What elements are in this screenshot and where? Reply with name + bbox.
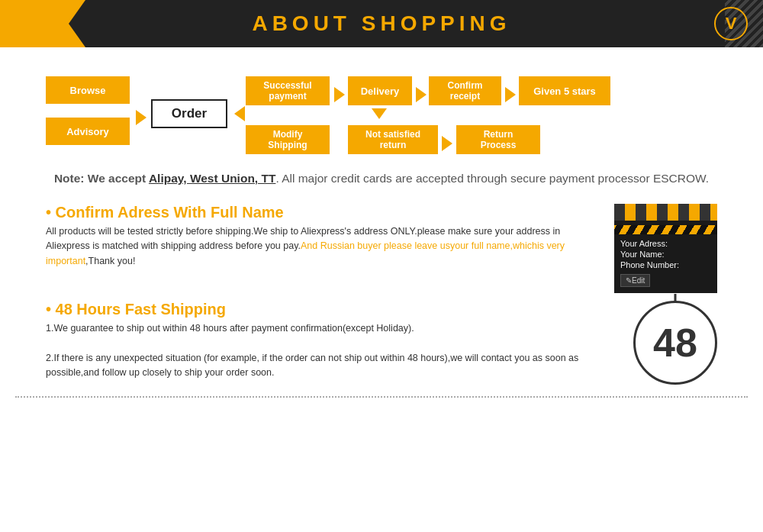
edit-button[interactable]: ✎Edit [620,274,650,287]
flow-section: Browse Advisory Order Successfulpayment … [0,47,763,166]
not-satisfied-return-box: Not satisfiedreturn [348,125,438,154]
note-prefix: Note: We accept [54,172,149,185]
arrow-payment-to-delivery [334,87,345,102]
note-suffix: . All major credit cards are accepted th… [275,172,709,185]
circle-48: 48 [633,301,717,385]
header-yellow-block [0,0,69,47]
arrow-not-satisfied-to-return [442,136,452,151]
fast-shipping-item: 48 Hours Fast Shipping 1.We guarantee to… [46,301,717,385]
advisory-box: Advisory [46,118,130,145]
successful-payment-box: Successfulpayment [246,76,330,105]
clapper-diagonal [614,225,717,234]
address-line3: Phone Number: [620,260,711,269]
fast-shipping-body: 1.We guarantee to ship out within 48 hou… [46,321,610,381]
orange-text-russian: And Russian buyer please leave usyour fu… [46,240,565,266]
browse-box: Browse [46,76,130,104]
address-line2: Your Name: [620,250,711,259]
modify-shipping-box: ModifyShipping [246,125,330,154]
header-logo: V [714,7,748,40]
flow-diagram: Browse Advisory Order Successfulpayment … [46,63,717,154]
dotted-footer [15,396,748,398]
content-section: Confirm Adress With Full Name All produc… [0,200,763,392]
page-title: ABOUT SHOPPING [252,11,510,36]
arrow-delivery-down [372,108,387,119]
address-line1: Your Adress: [620,239,711,248]
confirm-address-heading: Confirm Adress With Full Name [46,204,591,221]
arrow-confirm-to-stars [505,87,516,102]
payment-methods: Alipay, West Union, TT [149,172,276,185]
fast-shipping-heading: 48 Hours Fast Shipping [46,301,610,318]
header: ABOUT SHOPPING V [0,0,763,47]
clapper-stripes [614,204,717,221]
address-card-top: Your Adress: Your Name: Phone Number: [620,239,711,269]
return-process-box: ReturnProcess [456,125,540,154]
confirm-address-item: Confirm Adress With Full Name All produc… [46,204,717,293]
order-box: Order [151,99,227,128]
arrow-delivery-to-confirm [416,87,427,102]
note-section: Note: We accept Alipay, West Union, TT. … [0,166,763,200]
arrow-order-to-payment [234,106,245,121]
confirm-receipt-box: Confirmreceipt [429,76,501,105]
fast-shipping-text: 48 Hours Fast Shipping 1.We guarantee to… [46,301,610,381]
confirm-address-text: Confirm Adress With Full Name All produc… [46,204,591,269]
confirm-address-body: All products will be tested strictly bef… [46,224,591,269]
header-triangle [69,0,85,47]
given-5-stars-box: Given 5 stars [519,76,610,105]
address-card: Your Adress: Your Name: Phone Number: ✎E… [614,204,717,293]
arrow-to-order [136,110,146,125]
delivery-box: Delivery [348,76,412,105]
